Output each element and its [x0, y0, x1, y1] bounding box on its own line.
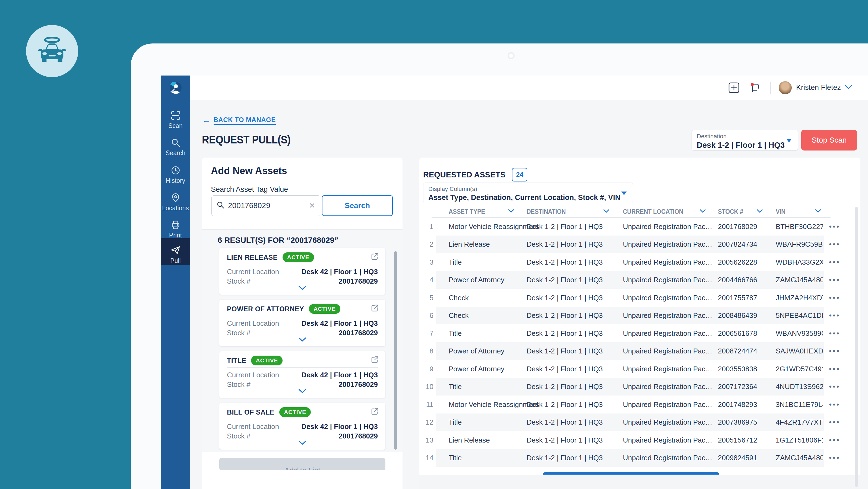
cell-destination: Desk 1-2 | Floor 1 | HQ3 [527, 329, 603, 337]
table-row[interactable]: 1Motor Vehicle ReassignmentDesk 1-2 | Fl… [420, 218, 860, 235]
chevron-down-icon[interactable] [700, 209, 706, 214]
sidebar-item-search[interactable]: Search [161, 138, 190, 156]
cell-current-location: Unpaired Registration Packet… [623, 222, 712, 231]
row-menu-icon[interactable] [825, 293, 844, 302]
display-columns-dropdown[interactable]: Display Column(s) Asset Type, Destinatio… [423, 182, 633, 203]
row-menu-icon[interactable] [825, 276, 844, 284]
results-scrollbar[interactable] [394, 251, 397, 450]
table-row[interactable]: 2Lien ReleaseDesk 1-2 | Floor 1 | HQ3Unp… [420, 235, 860, 254]
column-header-current-location: CURRENT LOCATION [623, 208, 683, 215]
external-link-icon[interactable] [371, 407, 379, 416]
cell-current-location: Unpaired Registration Packet… [623, 400, 712, 409]
row-number: 4 [420, 276, 433, 284]
asset-result-card[interactable]: TITLE ACTIVE Current Location Desk 42 | … [219, 351, 385, 398]
row-menu-icon[interactable] [825, 365, 844, 373]
table-row[interactable]: 11Motor Vehicle ReassignmentDesk 1-2 | F… [420, 396, 860, 413]
external-link-icon[interactable] [371, 304, 379, 313]
chevron-down-icon[interactable] [845, 85, 852, 91]
table-row[interactable]: 5CheckDesk 1-2 | Floor 1 | HQ3Unpaired R… [420, 289, 860, 307]
row-number: 10 [420, 382, 433, 391]
cell-current-location: Unpaired Registration Packet… [623, 293, 712, 302]
cell-destination: Desk 1-2 | Floor 1 | HQ3 [527, 365, 603, 373]
cell-stock: 2007172364 [718, 382, 757, 391]
search-field-label: Search Asset Tag Value [211, 185, 288, 194]
table-row[interactable]: 13Lien ReleaseDesk 1-2 | Floor 1 | HQ3Un… [420, 431, 860, 449]
scan-alert-icon[interactable] [749, 82, 761, 94]
row-menu-icon[interactable] [825, 400, 844, 409]
table-row[interactable]: 6CheckDesk 1-2 | Floor 1 | HQ3Unpaired R… [420, 307, 860, 325]
current-location-label: Current Location [227, 319, 279, 328]
external-link-icon[interactable] [371, 252, 379, 262]
cell-vin: BTHBF30G2270… [776, 222, 823, 231]
table-row[interactable]: 8Power of AttorneyDesk 1-2 | Floor 1 | H… [420, 342, 860, 360]
table-row[interactable]: 12TitleDesk 1-2 | Floor 1 | HQ3Unpaired … [420, 413, 860, 431]
expand-chevron-icon[interactable] [219, 389, 385, 395]
row-menu-icon[interactable] [825, 347, 844, 355]
row-menu-icon[interactable] [825, 240, 844, 249]
card-header: LIEN RELEASE ACTIVE [227, 252, 314, 262]
back-link-label: BACK TO MANAGE [214, 116, 276, 125]
asset-result-card[interactable]: POWER OF ATTORNEY ACTIVE Current Locatio… [219, 300, 385, 346]
sidebar-item-pull[interactable]: Pull [161, 238, 190, 265]
row-menu-icon[interactable] [825, 436, 844, 444]
row-number: 12 [420, 418, 433, 427]
sidebar-item-history[interactable]: History [161, 165, 190, 184]
cell-asset-type: Lien Release [448, 436, 490, 444]
row-number: 9 [420, 365, 433, 373]
table-row[interactable]: 14TitleDesk 1-2 | Floor 1 | HQ3Unpaired … [420, 449, 860, 467]
stop-scan-button[interactable]: Stop Scan [801, 130, 857, 150]
destination-dropdown[interactable]: Destination Desk 1-2 | Floor 1 | HQ3 [691, 130, 798, 150]
sidebar-item-print[interactable]: Print [161, 220, 190, 239]
pull-icon [161, 245, 190, 256]
print-icon [161, 220, 190, 230]
chevron-down-icon[interactable] [603, 209, 609, 214]
cell-destination: Desk 1-2 | Floor 1 | HQ3 [527, 276, 603, 284]
sidebar-item-scan[interactable]: Scan [161, 110, 190, 129]
stock-value: 2001768029 [338, 380, 378, 389]
clear-icon[interactable] [309, 201, 315, 210]
app-logo-icon[interactable] [161, 81, 190, 94]
cell-stock: 2001755787 [718, 293, 757, 302]
current-location-label: Current Location [227, 371, 279, 379]
cell-stock: 2007386975 [718, 418, 757, 427]
table-row[interactable]: 9Power of AttorneyDesk 1-2 | Floor 1 | H… [420, 360, 860, 378]
user-name[interactable]: Kristen Fletez [796, 83, 841, 92]
table-row[interactable]: 10TitleDesk 1-2 | Floor 1 | HQ3Unpaired … [420, 378, 860, 396]
brand-logo-circle [26, 25, 78, 77]
add-icon[interactable] [728, 82, 740, 94]
sidebar-item-locations[interactable]: Locations [161, 193, 190, 212]
avatar[interactable] [779, 81, 792, 94]
row-menu-icon[interactable] [825, 418, 844, 427]
asset-tag-search-input[interactable]: 2001768029 [211, 195, 320, 216]
asset-result-card[interactable]: LIEN RELEASE ACTIVE Current Location Des… [219, 248, 385, 295]
app-window: Scan Search History [161, 76, 868, 489]
expand-chevron-icon[interactable] [219, 286, 385, 291]
add-to-list-label: Add to List [284, 466, 320, 470]
add-to-list-button[interactable]: Add to List [219, 458, 385, 470]
search-button[interactable]: Search [322, 195, 393, 216]
cell-current-location: Unpaired Registration Packet… [623, 240, 712, 249]
row-menu-icon[interactable] [825, 222, 844, 231]
current-location-value: Desk 42 | Floor 1 | HQ3 [301, 267, 378, 276]
table-scrollbar[interactable] [855, 207, 858, 487]
external-link-icon[interactable] [371, 355, 379, 365]
row-menu-icon[interactable] [825, 258, 844, 266]
chevron-down-icon[interactable] [757, 209, 763, 214]
row-menu-icon[interactable] [825, 382, 844, 391]
asset-result-card[interactable]: BILL OF SALE ACTIVE Current Location Des… [219, 403, 385, 450]
chevron-down-icon[interactable] [815, 209, 821, 214]
expand-chevron-icon[interactable] [219, 440, 385, 446]
chevron-down-icon[interactable] [508, 209, 514, 214]
table-row[interactable]: 4Power of AttorneyDesk 1-2 | Floor 1 | H… [420, 271, 860, 289]
back-to-manage-link[interactable]: BACK TO MANAGE [202, 115, 276, 125]
stock-value: 2001768029 [338, 277, 378, 286]
row-menu-icon[interactable] [825, 453, 844, 462]
cell-vin: 3N1BC11E79L48… [776, 400, 823, 409]
row-menu-icon[interactable] [825, 311, 844, 320]
table-row[interactable]: 7TitleDesk 1-2 | Floor 1 | HQ3Unpaired R… [420, 324, 860, 342]
row-menu-icon[interactable] [825, 329, 844, 338]
table-row[interactable]: 3TitleDesk 1-2 | Floor 1 | HQ3Unpaired R… [420, 253, 860, 271]
sidebar-item-label: Search [165, 149, 185, 156]
stock-value: 2001768029 [338, 432, 378, 440]
expand-chevron-icon[interactable] [219, 337, 385, 343]
